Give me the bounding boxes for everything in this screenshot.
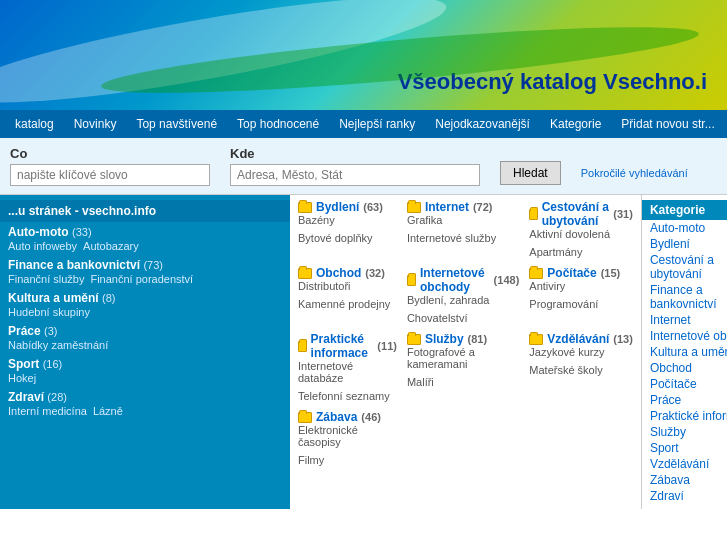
sidebar-zabava[interactable]: Zábava — [642, 472, 727, 488]
cat-internet: Internet (72) Grafika Internetové služby — [407, 200, 519, 258]
advanced-search-link[interactable]: Pokročilé vyhledávání — [581, 167, 688, 179]
cat-internet-link[interactable]: Internet — [425, 200, 469, 214]
nav-nejlepsi-ranky[interactable]: Nejlepší ranky — [329, 117, 425, 131]
sub-fotografove[interactable]: Fotografové a kameramani — [407, 346, 519, 370]
left-panel: ...u stránek - vsechno.info Auto-moto (3… — [0, 195, 290, 509]
search-co-input[interactable] — [10, 164, 210, 186]
sub-filmy[interactable]: Filmy — [298, 454, 324, 466]
cat-obchod: Obchod (32) Distributoři Kamenné prodejn… — [298, 266, 397, 324]
cat-pocitace-subs: Antiviry Programování — [529, 280, 633, 310]
left-cat-finance-link[interactable]: Finance a bankovnictví — [8, 258, 140, 272]
cat-internet-subs: Grafika Internetové služby — [407, 214, 519, 244]
nav-nejodkazovanejsi[interactable]: Nejodkazovanější — [425, 117, 540, 131]
cat-sluzby-link[interactable]: Služby — [425, 332, 464, 346]
cat-prakticke-link[interactable]: Praktické informace — [311, 332, 374, 360]
sub-autobazary[interactable]: Autobazary — [83, 240, 139, 252]
sub-internet-db[interactable]: Internetové databáze — [298, 360, 397, 384]
sub-grafika[interactable]: Grafika — [407, 214, 442, 226]
left-cat-auto-moto-link[interactable]: Auto-moto — [8, 225, 69, 239]
sub-auto-infoweby[interactable]: Auto infoweby — [8, 240, 77, 252]
sidebar-vzdelavani[interactable]: Vzdělávání — [642, 456, 727, 472]
cat-cestovani-link[interactable]: Cestování a ubytování — [542, 200, 610, 228]
sub-nabidky-zamestnaní[interactable]: Nabídky zaměstnání — [8, 339, 108, 351]
cat-pocitace-link[interactable]: Počítače — [547, 266, 596, 280]
sidebar-prace[interactable]: Práce — [642, 392, 727, 408]
left-cat-sport-count: (16) — [43, 358, 63, 370]
sub-kamenne-prodejny[interactable]: Kamenné prodejny — [298, 298, 390, 310]
sub-telefonni-seznamy[interactable]: Telefonní seznamy — [298, 390, 390, 402]
left-cat-prace-link[interactable]: Práce — [8, 324, 41, 338]
sidebar-internet[interactable]: Internet — [642, 312, 727, 328]
sidebar-cestovani[interactable]: Cestování a ubytování — [642, 252, 727, 282]
sub-internet-sluzby[interactable]: Internetové služby — [407, 232, 496, 244]
cat-obchod-link[interactable]: Obchod — [316, 266, 361, 280]
sub-maliri[interactable]: Malíři — [407, 376, 434, 388]
sidebar-title: Kategorie — [642, 200, 727, 220]
cat-internet-obchody-link[interactable]: Internetové obchody — [420, 266, 490, 294]
sidebar-sluzby[interactable]: Služby — [642, 424, 727, 440]
sub-bydleni-zahrada[interactable]: Bydlení, zahrada — [407, 294, 490, 306]
sub-hudebni-skupiny[interactable]: Hudební skupiny — [8, 306, 90, 318]
sidebar-obchod[interactable]: Obchod — [642, 360, 727, 376]
sidebar-bydleni[interactable]: Bydlení — [642, 236, 727, 252]
cat-zabava: Zábava (46) Elektronické časopisy Filmy — [298, 410, 397, 466]
folder-icon — [298, 202, 312, 213]
left-panel-title: ...u stránek - vsechno.info — [0, 200, 290, 222]
sub-chovatelstvi[interactable]: Chovatelství — [407, 312, 468, 324]
sub-financni-sluzby[interactable]: Finanční služby — [8, 273, 84, 285]
left-cat-kultura-link[interactable]: Kultura a umění — [8, 291, 99, 305]
sub-apartmany[interactable]: Apartmány — [529, 246, 582, 258]
cat-bydleni-count: (63) — [363, 201, 383, 213]
sidebar-internet-obchody[interactable]: Internetové obchody — [642, 328, 727, 344]
cat-zabava-link[interactable]: Zábava — [316, 410, 357, 424]
left-cat-zdravi-link[interactable]: Zdraví — [8, 390, 44, 404]
sub-lazne[interactable]: Lázně — [93, 405, 123, 417]
cat-prakticke-subs: Internetové databáze Telefonní seznamy — [298, 360, 397, 402]
left-cat-prace-count: (3) — [44, 325, 57, 337]
folder-icon — [529, 209, 537, 220]
sub-elektronicke-casopisy[interactable]: Elektronické časopisy — [298, 424, 397, 448]
sub-antiviry[interactable]: Antiviry — [529, 280, 565, 292]
nav-pridat[interactable]: Přidat novou str... — [611, 117, 724, 131]
nav-top-navstivene[interactable]: Top navštívené — [126, 117, 227, 131]
sidebar-prakticke[interactable]: Praktické informace — [642, 408, 727, 424]
cat-vzdelavani: Vzdělávání (13) Jazykové kurzy Mateřské … — [529, 332, 633, 402]
sidebar-finance[interactable]: Finance a bankovnictví — [642, 282, 727, 312]
sub-jazykove-kurzy[interactable]: Jazykové kurzy — [529, 346, 604, 358]
folder-icon — [529, 334, 543, 345]
folder-icon — [298, 412, 312, 423]
main-content: ...u stránek - vsechno.info Auto-moto (3… — [0, 195, 727, 509]
sub-aktivni-dovolena[interactable]: Aktivní dovolená — [529, 228, 610, 240]
sub-hokej[interactable]: Hokej — [8, 372, 36, 384]
sub-materske-skoly[interactable]: Mateřské školy — [529, 364, 602, 376]
search-kde-label: Kde — [230, 146, 480, 161]
cat-internet-obchody-subs: Bydlení, zahrada Chovatelství — [407, 294, 519, 324]
folder-icon — [407, 275, 416, 286]
nav-kategorie[interactable]: Kategorie — [540, 117, 611, 131]
cat-internet-obchody-count: (148) — [494, 274, 520, 286]
nav-top-hodnocene[interactable]: Top hodnocené — [227, 117, 329, 131]
sub-bazeny[interactable]: Bazény — [298, 214, 335, 226]
sub-distributoři[interactable]: Distributoři — [298, 280, 351, 292]
sidebar-auto-moto[interactable]: Auto-moto — [642, 220, 727, 236]
sidebar-zdravi[interactable]: Zdraví — [642, 488, 727, 504]
sub-financni-poradenstvi[interactable]: Finanční poradenství — [90, 273, 193, 285]
sidebar-kultura[interactable]: Kultura a umění — [642, 344, 727, 360]
cat-obchod-subs: Distributoři Kamenné prodejny — [298, 280, 397, 310]
sub-programovani[interactable]: Programování — [529, 298, 598, 310]
sub-interni-medicina[interactable]: Interní medicína — [8, 405, 87, 417]
search-button[interactable]: Hledat — [500, 161, 561, 185]
sidebar-sport[interactable]: Sport — [642, 440, 727, 456]
search-kde-input[interactable] — [230, 164, 480, 186]
sidebar-pocitace[interactable]: Počítače — [642, 376, 727, 392]
cat-vzdelavani-link[interactable]: Vzdělávání — [547, 332, 609, 346]
sub-bytove-doplnky[interactable]: Bytové doplňky — [298, 232, 373, 244]
left-cat-sport-link[interactable]: Sport — [8, 357, 39, 371]
cat-bydleni-link[interactable]: Bydlení — [316, 200, 359, 214]
cat-sluzby-count: (81) — [468, 333, 488, 345]
left-cat-auto-moto: Auto-moto (33) Auto infoweby Autobazary — [0, 222, 290, 255]
nav-novinky[interactable]: Novinky — [64, 117, 127, 131]
cat-bydleni-subs: Bazény Bytové doplňky — [298, 214, 397, 244]
nav-katalog[interactable]: katalog — [5, 117, 64, 131]
cat-sluzby-subs: Fotografové a kameramani Malíři — [407, 346, 519, 388]
